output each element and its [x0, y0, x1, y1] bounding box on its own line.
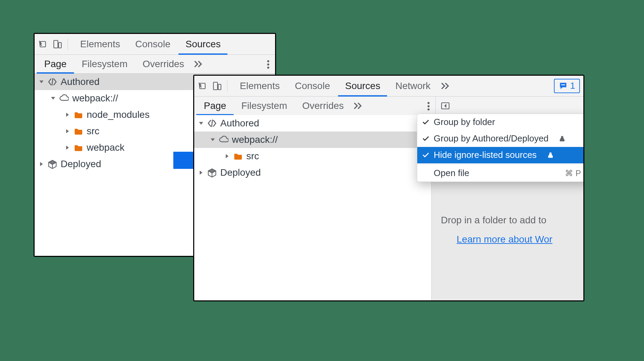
tree-folder-src[interactable]: src	[194, 148, 431, 164]
tab-sources[interactable]: Sources	[178, 34, 227, 54]
device-toggle-icon[interactable]	[212, 81, 222, 91]
tree-label: src	[87, 125, 99, 137]
issues-count: 1	[570, 80, 575, 91]
folder-icon	[74, 126, 83, 136]
tab-elements[interactable]: Elements	[233, 76, 287, 96]
main-toolbar: Elements Console Sources	[35, 34, 275, 55]
beaker-icon	[547, 152, 554, 159]
check-icon	[422, 134, 430, 143]
folder-icon	[74, 110, 83, 120]
main-toolbar: Elements Console Sources Network 1	[194, 76, 583, 97]
tree-label: Authored	[61, 76, 100, 88]
inspect-icon[interactable]	[38, 39, 48, 49]
code-icon	[207, 119, 217, 128]
more-tabs-icon[interactable]	[441, 81, 450, 91]
collapse-panel-icon[interactable]	[441, 101, 450, 111]
subtab-page[interactable]: Page	[196, 97, 234, 115]
subtab-overrides[interactable]: Overrides	[295, 97, 351, 115]
chevron-right-icon	[198, 170, 204, 175]
menu-label: Hide ignore-listed sources	[434, 150, 537, 160]
kebab-icon[interactable]	[263, 59, 273, 69]
tree-label: Deployed	[220, 167, 261, 178]
sources-subtabs: Page Filesystem Overrides	[35, 55, 275, 74]
issues-badge[interactable]: 1	[554, 79, 580, 93]
menu-label: Group by folder	[434, 117, 495, 127]
toolbar-separator	[67, 39, 68, 50]
tree-label: node_modules	[87, 109, 150, 121]
file-tree: Authored webpack:// src Deployed	[194, 115, 431, 181]
menu-label: Group by Authored/Deployed	[434, 133, 548, 144]
check-icon	[422, 151, 430, 160]
cube-icon	[207, 168, 217, 177]
chevron-right-icon	[39, 161, 44, 167]
sources-options-menu: Group by folder Group by Authored/Deploy…	[417, 114, 584, 182]
menu-group-by-folder[interactable]: Group by folder	[417, 114, 584, 130]
kebab-icon[interactable]	[424, 101, 433, 111]
chevron-right-icon	[65, 145, 70, 150]
menu-shortcut: ⌘ P	[565, 169, 581, 178]
tree-label: webpack://	[72, 92, 118, 104]
tree-label: webpack	[87, 142, 125, 153]
chevron-right-icon	[65, 112, 70, 117]
cloud-icon	[219, 135, 228, 145]
more-tabs-icon[interactable]	[194, 59, 203, 69]
chevron-right-icon	[65, 128, 70, 134]
folder-icon	[74, 143, 83, 152]
tree-label: Authored	[220, 117, 259, 129]
tree-authored[interactable]: Authored	[194, 115, 431, 132]
tab-console[interactable]: Console	[128, 34, 177, 54]
check-icon	[422, 118, 430, 127]
inspect-icon[interactable]	[198, 81, 207, 91]
beaker-icon	[559, 135, 566, 142]
menu-label: Open file	[434, 168, 469, 178]
subtab-page[interactable]: Page	[37, 55, 74, 73]
tree-label: webpack://	[232, 134, 278, 146]
sources-subtabs: Page Filesystem Overrides	[194, 97, 436, 115]
tab-sources[interactable]: Sources	[338, 76, 387, 96]
code-icon	[48, 77, 57, 87]
tree-label: src	[246, 150, 259, 162]
chevron-down-icon	[50, 96, 56, 101]
cloud-icon	[59, 94, 69, 103]
menu-hide-ignore-listed[interactable]: Hide ignore-listed sources	[417, 147, 584, 163]
menu-open-file[interactable]: Open file ⌘ P	[417, 165, 584, 182]
chevron-down-icon	[210, 137, 215, 142]
tab-console[interactable]: Console	[288, 76, 337, 96]
device-toggle-icon[interactable]	[52, 39, 62, 49]
subtab-filesystem[interactable]: Filesystem	[74, 55, 135, 73]
menu-group-by-authored-deployed[interactable]: Group by Authored/Deployed	[417, 130, 584, 147]
tab-elements[interactable]: Elements	[73, 34, 127, 54]
tree-webpack-scheme[interactable]: webpack://	[194, 132, 431, 148]
tab-network[interactable]: Network	[388, 76, 437, 96]
chevron-down-icon	[39, 79, 44, 85]
tree-label: Deployed	[61, 158, 101, 170]
editor-toolbar	[436, 97, 583, 115]
workspace-learn-more-link[interactable]: Learn more about Wor	[457, 234, 553, 245]
subtab-overrides[interactable]: Overrides	[135, 55, 191, 73]
chevron-right-icon	[224, 153, 230, 159]
workspace-hint: Drop in a folder to add to	[441, 214, 581, 226]
cube-icon	[48, 159, 57, 169]
folder-icon	[233, 151, 243, 161]
toolbar-separator	[227, 80, 227, 91]
devtools-window-after: Elements Console Sources Network 1 Page …	[193, 75, 584, 301]
chevron-down-icon	[198, 121, 204, 126]
more-tabs-icon[interactable]	[354, 101, 363, 111]
menu-divider	[417, 164, 584, 164]
tree-deployed[interactable]: Deployed	[194, 164, 431, 181]
subtab-filesystem[interactable]: Filesystem	[234, 97, 295, 115]
